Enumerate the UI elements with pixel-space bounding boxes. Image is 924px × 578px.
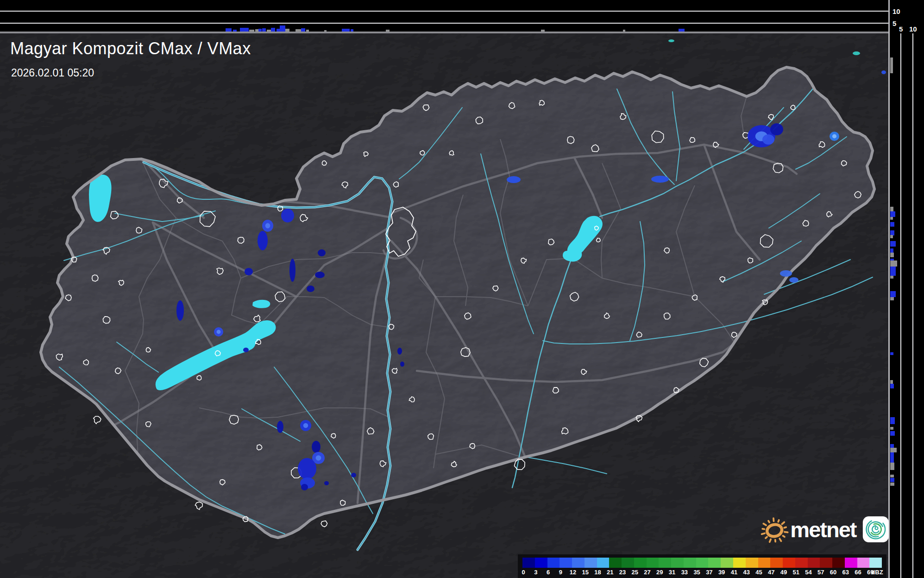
radar-echo [324, 481, 329, 485]
radar-echo [289, 259, 295, 282]
right-gridline-10 [912, 33, 913, 578]
top-gridline-10 [0, 11, 888, 12]
radar-echo [315, 272, 325, 278]
radar-echo-core [303, 423, 308, 428]
radar-screen: { "header": { "title": "Magyar Kompozit … [0, 0, 924, 578]
hungary-map-svg [0, 33, 888, 578]
radar-map [0, 33, 888, 578]
radar-echo-core [832, 134, 836, 139]
timestamp: 2026.02.01 05:20 [11, 67, 94, 79]
radar-echo-core [265, 223, 270, 228]
radar-echo [307, 286, 314, 292]
radar-echo [651, 176, 669, 183]
sun-icon [760, 510, 789, 549]
radar-echo-core [217, 330, 221, 334]
metnet-logo[interactable]: metnet [760, 510, 889, 549]
terrain-layer [0, 33, 888, 578]
radar-echo [853, 51, 860, 55]
radar-echo [176, 300, 184, 321]
radar-echo [245, 268, 253, 275]
radar-echo [277, 421, 283, 433]
horizontal-axis-tick-5: 5 [899, 25, 903, 32]
dbz-colorbar: 0369121518212325272931333537394143454749… [518, 554, 886, 578]
radar-echo [400, 362, 404, 367]
radar-echo [507, 176, 521, 183]
top-gridline-5 [0, 23, 888, 24]
radar-echo [397, 348, 402, 355]
right-gridline-5 [900, 33, 901, 578]
radar-echo [789, 277, 798, 283]
horizontal-axis-tick-10: 10 [909, 25, 917, 32]
map-top-frame [0, 32, 888, 33]
radar-echo [780, 270, 792, 277]
radar-echo-core [316, 455, 321, 460]
right-histogram-strip: 10 5 5 10 [890, 0, 924, 578]
radar-echo [762, 134, 774, 145]
radar-echo [668, 39, 674, 42]
radar-echo [770, 123, 783, 135]
top-histogram-strip [0, 0, 888, 33]
radar-echo [351, 473, 356, 477]
radar-echo [258, 231, 268, 250]
dbz-colorbar-labels: 0369121518212325272931333537394143454749… [522, 569, 882, 576]
dbz-colorbar-segments [522, 558, 882, 568]
radar-echo [318, 249, 326, 256]
metnet-app-icon [862, 514, 889, 545]
radar-echo [281, 209, 294, 222]
page-title: Magyar Kompozit CMax / VMax [10, 39, 251, 58]
radar-echo [312, 441, 321, 453]
radar-echo [298, 458, 316, 479]
vertical-axis-tick-10: 10 [893, 8, 900, 15]
vertical-axis-tick-5: 5 [893, 20, 896, 27]
radar-echo [881, 70, 886, 74]
radar-echo [243, 348, 249, 352]
radar-echo [301, 484, 308, 490]
logo-wordmark: metnet [790, 517, 856, 542]
